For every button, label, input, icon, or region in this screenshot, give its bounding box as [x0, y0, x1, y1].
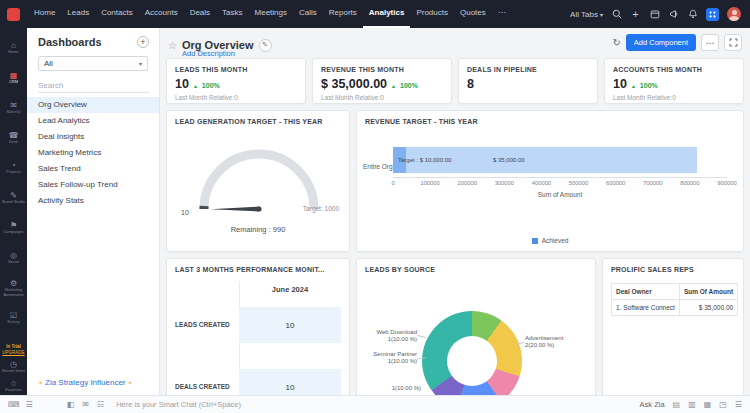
sidebar-item-lead-analytics[interactable]: Lead Analytics: [27, 113, 159, 129]
add-dashboard-button[interactable]: +: [137, 36, 149, 48]
add-component-button[interactable]: Add Component: [626, 34, 696, 51]
sidebar-item-sales-follow-up-trend[interactable]: Sales Follow-up Trend: [27, 177, 159, 193]
smart-chat-hint[interactable]: Here is your Smart Chat (Ctrl+Space): [116, 400, 241, 409]
nav-item-deals[interactable]: Deals: [184, 0, 216, 28]
keyboard-shortcuts-icon[interactable]: ⌨: [8, 396, 20, 413]
sales-reps-table: Deal Owner Sum Of Amount 1. Software Con…: [611, 283, 738, 316]
kpi-delta: 100%: [202, 82, 220, 89]
nav-more-button[interactable]: ⋯: [492, 0, 512, 28]
megaphone-icon[interactable]: [668, 9, 679, 20]
sidebar-item-deal-insights[interactable]: Deal Insights: [27, 129, 159, 145]
nav-item-calls[interactable]: Calls: [293, 0, 323, 28]
rail-item-desk[interactable]: ☎Desk: [0, 123, 27, 153]
nav-item-accounts[interactable]: Accounts: [139, 0, 184, 28]
dashboard-search-input[interactable]: [38, 79, 149, 93]
legend-swatch: [532, 238, 538, 244]
kpi-row: LEADS THIS MONTH 10 ▲ 100% Last Month Re…: [166, 58, 744, 104]
nav-item-analytics[interactable]: Analytics: [363, 0, 411, 28]
recent-items-button[interactable]: ◷Recent Items: [2, 360, 26, 374]
window-icon[interactable]: ◳: [719, 396, 727, 413]
dashboard-filter-dropdown[interactable]: All ▾: [38, 56, 148, 71]
rail-item-brand-studio[interactable]: ✎Brand Studio: [0, 183, 27, 213]
grid-icon[interactable]: ▦: [704, 396, 712, 413]
upgrade-link[interactable]: UPGRADE: [2, 350, 24, 355]
table-cell: 10: [239, 369, 341, 395]
col-sum-of-amount: Sum Of Amount: [679, 284, 737, 300]
nav-item-tasks[interactable]: Tasks: [216, 0, 248, 28]
rail-item-home[interactable]: ⌂Home: [0, 33, 27, 63]
nav-item-contacts[interactable]: Contacts: [95, 0, 139, 28]
rail-item-salesiq[interactable]: ✉SalesIQ: [0, 93, 27, 123]
notebook-icon[interactable]: ▤: [673, 396, 681, 413]
revenue-bar-plot: Target : $ 10,000.00 $ 35,000.00: [393, 147, 727, 173]
sidebar-item-sales-trend[interactable]: Sales Trend: [27, 161, 159, 177]
kpi-delta: 100%: [400, 82, 418, 89]
rail-item-survey[interactable]: ☑Survey: [0, 303, 27, 333]
caret-down-icon: ▾: [600, 11, 603, 18]
more-options-button[interactable]: ⋯: [701, 34, 719, 51]
projects-icon: ◔: [11, 161, 16, 170]
calendar-icon[interactable]: [649, 9, 660, 20]
search-icon[interactable]: [611, 9, 622, 20]
kpi-card-deals-in-pipeline[interactable]: DEALS IN PIPELINE 8: [458, 58, 598, 104]
amount-cell: $ 35,000.00: [679, 300, 737, 316]
rail-item-projects[interactable]: ◔Projects: [0, 153, 27, 183]
kpi-footnote: [459, 91, 597, 94]
revenue-target-card[interactable]: REVENUE TARGET - THIS YEAR Entire Org Ta…: [356, 110, 744, 252]
add-description-link[interactable]: Add Description: [182, 49, 235, 58]
zia-strategy-influencer-link[interactable]: ✦ Zia Strategy Influencer ✦: [38, 378, 133, 387]
leads-by-source-card[interactable]: LEADS BY SOURCE Web Download 1(10.00 %) …: [356, 258, 596, 395]
refresh-icon[interactable]: ↻: [612, 37, 620, 48]
rail-item-campaigns[interactable]: ⚑Campaigns: [0, 213, 27, 243]
contacts-icon[interactable]: ☷: [97, 396, 104, 413]
chats-icon[interactable]: ◧: [67, 396, 75, 413]
zia-link-label: Zia Strategy Influencer: [45, 378, 125, 387]
quick-add-icon[interactable]: +: [630, 9, 641, 20]
kpi-card-accounts-this-month[interactable]: ACCOUNTS THIS MONTH 10 ▲ 100% Last Month…: [604, 58, 744, 104]
bell-icon[interactable]: [687, 9, 698, 20]
kpi-card-leads-this-month[interactable]: LEADS THIS MONTH 10 ▲ 100% Last Month Re…: [166, 58, 306, 104]
nav-item-quotes[interactable]: Quotes: [454, 0, 492, 28]
marketplace-apps-icon[interactable]: [706, 8, 719, 21]
performance-monitor-card[interactable]: LAST 3 MONTHS PERFORMANCE MONIT... June …: [166, 258, 350, 395]
rail-item-social[interactable]: ◎Social: [0, 243, 27, 273]
desk-icon: ☎: [9, 131, 19, 140]
pie-label-advertisement: Advertisement 2(20.00 %): [525, 335, 587, 349]
list-icon[interactable]: ☰: [735, 396, 742, 413]
gauge-target-label: Target: 1000: [303, 205, 339, 212]
nav-item-products[interactable]: Products: [410, 0, 454, 28]
all-tabs-dropdown[interactable]: All Tabs ▾: [570, 10, 603, 19]
all-tabs-label: All Tabs: [570, 10, 598, 19]
chart-legend: Achieved: [357, 237, 743, 244]
user-avatar[interactable]: [727, 7, 741, 21]
nav-item-leads[interactable]: Leads: [61, 0, 95, 28]
up-arrow-icon: ▲: [193, 83, 198, 89]
rail-item-crm[interactable]: ▦CRM: [0, 63, 27, 93]
sidebar-item-org-overview[interactable]: Org Overview: [27, 97, 159, 113]
prolific-sales-reps-card[interactable]: PROLIFIC SALES REPS Deal Owner Sum Of Am…: [602, 258, 744, 395]
channels-icon[interactable]: ✉: [82, 396, 89, 413]
nav-item-reports[interactable]: Reports: [323, 0, 363, 28]
panel-icon[interactable]: ▥: [688, 396, 696, 413]
kpi-card-revenue-this-month[interactable]: REVENUE THIS MONTH $ 35,000.00 ▲ 100% La…: [312, 58, 452, 104]
zoho-logo[interactable]: [7, 8, 20, 21]
lead-generation-target-card[interactable]: LEAD GENERATION TARGET - THIS YEAR 10 Ta…: [166, 110, 350, 252]
sidebar-item-activity-stats[interactable]: Activity Stats: [27, 193, 159, 209]
sidebar-item-marketing-metrics[interactable]: Marketing Metrics: [27, 145, 159, 161]
pie-label-partial: 1(10.00 %): [385, 385, 421, 392]
fullscreen-button[interactable]: [724, 34, 742, 51]
nav-item-meetings[interactable]: Meetings: [249, 0, 293, 28]
ask-zia-button[interactable]: Ask Zia: [640, 400, 665, 409]
nav-item-home[interactable]: Home: [28, 0, 61, 28]
edit-dashboard-icon[interactable]: ✎: [259, 39, 272, 52]
rail-item-marketing-automation[interactable]: ⚙Marketing Automation: [0, 273, 27, 303]
charts-row-2: LAST 3 MONTHS PERFORMANCE MONIT... June …: [166, 258, 744, 395]
favorites-button[interactable]: ☆Favorites: [5, 379, 21, 393]
favorite-star-icon[interactable]: ☆: [168, 40, 177, 51]
menu-icon[interactable]: ☰: [26, 396, 33, 413]
clock-icon: ◷: [10, 360, 17, 369]
leader-line: [417, 335, 426, 338]
table-row[interactable]: 1. Software Connect $ 35,000.00: [612, 300, 738, 316]
kpi-value: 10: [613, 77, 627, 91]
campaigns-icon: ⚑: [10, 221, 17, 230]
